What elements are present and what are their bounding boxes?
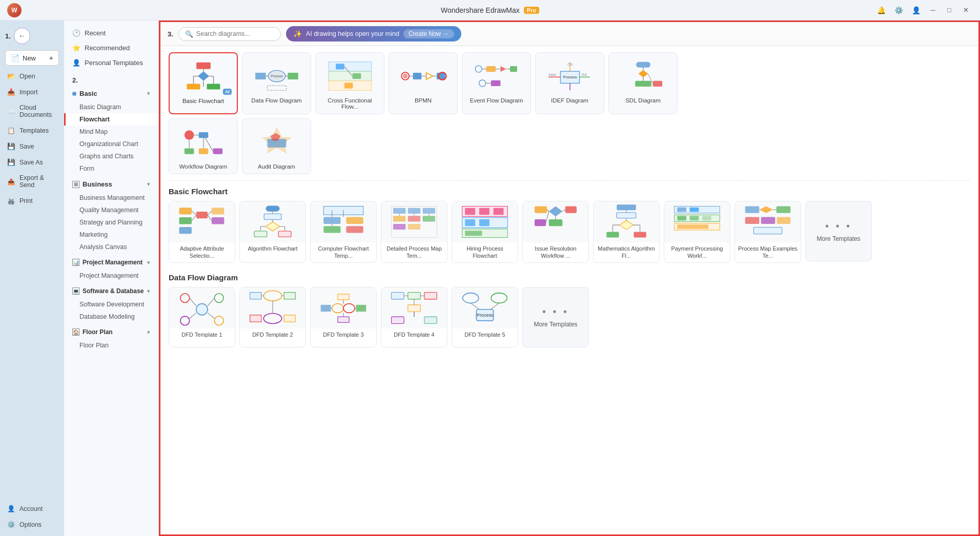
svg-rect-115 (465, 208, 475, 215)
more-templates-dfd-label: More Templates (534, 321, 577, 328)
svg-rect-153 (745, 217, 760, 224)
close-button[interactable]: ✕ (958, 3, 973, 17)
nav-item-form[interactable]: Form (64, 162, 158, 175)
basic-flowchart-label: Basic Flowchart (174, 98, 233, 104)
sidebar-item-save[interactable]: 💾 Save (0, 139, 64, 154)
svg-point-172 (263, 313, 281, 323)
svg-line-165 (208, 298, 214, 306)
nav-item-strategy[interactable]: Strategy and Planning (64, 216, 158, 229)
nav-item-sw-dev[interactable]: Software Development (64, 298, 158, 311)
templates-icon: 📋 (7, 127, 15, 134)
template-df4[interactable]: DFD Template 4 (381, 287, 447, 347)
svg-rect-3 (207, 84, 220, 89)
step1-label: 1. (5, 32, 11, 40)
svg-line-167 (190, 313, 196, 318)
nav-item-floor-plan[interactable]: Floor Plan (64, 339, 158, 352)
svg-text:Process: Process (477, 313, 494, 318)
sidebar-item-export[interactable]: 📤 Export & Send (0, 171, 64, 192)
new-plus-icon: + (49, 54, 53, 62)
template-payment[interactable]: Payment Processing Workf... (664, 201, 730, 263)
more-templates-basic[interactable]: • • • More Templates (805, 201, 872, 261)
nav-item-recommended[interactable]: ⭐ Recommended (64, 40, 158, 55)
template-df5[interactable]: Process DFD Template 5 (452, 287, 518, 347)
sidebar-item-open[interactable]: 📂 Open (0, 69, 64, 84)
more-templates-dfd[interactable]: • • • More Templates (522, 287, 589, 347)
back-button[interactable]: ← (14, 28, 30, 44)
ai-banner[interactable]: ✨ AI drawing helps open your mind Create… (286, 26, 461, 42)
sidebar-item-templates[interactable]: 📋 Templates (0, 123, 64, 138)
template-detailed[interactable]: Detailed Process Map Tem... (381, 201, 447, 263)
sidebar-item-options[interactable]: ⚙️ Options (0, 517, 64, 532)
sidebar-item-cloud[interactable]: ☁️ Cloud Documents (0, 100, 64, 122)
svg-point-198 (463, 293, 479, 303)
svg-rect-36 (510, 66, 517, 72)
template-hiring[interactable]: Hiring Process Flowchart (452, 201, 518, 263)
nav-item-personal[interactable]: 👤 Personal Templates (64, 55, 158, 70)
nav-item-quality[interactable]: Quality Management (64, 204, 158, 216)
svg-point-160 (196, 303, 208, 315)
svg-rect-75 (212, 208, 224, 214)
nav-section-software[interactable]: 💻 Software & Database ▾ (64, 284, 158, 298)
nav-item-flowchart[interactable]: Flowchart (64, 113, 158, 126)
diagram-type-audit[interactable]: Audit Diagram (242, 118, 311, 174)
user-icon[interactable]: 👤 (908, 3, 924, 18)
minimize-button[interactable]: ─ (926, 3, 940, 17)
search-input[interactable] (196, 30, 268, 37)
sidebar-item-print[interactable]: 🖨️ Print (0, 193, 64, 208)
nav-section-floor[interactable]: 🏠 Floor Plan ▾ (64, 325, 158, 339)
template-adaptive[interactable]: Adaptive Attribute Selectio... (169, 201, 235, 263)
nav-item-org-chart[interactable]: Organizational Chart (64, 138, 158, 150)
nav-item-graphs[interactable]: Graphs and Charts (64, 150, 158, 162)
workflow-label: Workflow Diagram (173, 163, 233, 170)
create-now-button[interactable]: Create Now → (403, 29, 454, 38)
nav-item-recent[interactable]: 🕐 Recent (64, 26, 158, 40)
template-df1[interactable]: DFD Template 1 (169, 287, 235, 347)
svg-rect-149 (677, 224, 708, 229)
diagram-type-idef[interactable]: Process Input Out Ctrl IDEF Diagram (535, 52, 604, 114)
svg-rect-146 (677, 216, 686, 220)
nav-item-marketing[interactable]: Marketing (64, 229, 158, 241)
svg-rect-173 (284, 315, 295, 321)
notification-icon[interactable]: 🔔 (873, 3, 889, 18)
software-collapse-icon: ▾ (147, 288, 150, 295)
app-title: Wondershare EdrawMax Pro (441, 6, 539, 14)
nav-item-biz-mgmt[interactable]: Business Management (64, 192, 158, 204)
more-dots-dfd-icon: • • • (542, 306, 569, 318)
nav-section-business[interactable]: ⊞ Business ▾ (64, 177, 158, 192)
svg-rect-10 (255, 73, 266, 79)
diagram-type-workflow[interactable]: Workflow Diagram (169, 118, 238, 174)
template-df2[interactable]: DFD Template 2 (239, 287, 306, 347)
nav-item-proj-mgmt[interactable]: Project Management (64, 270, 158, 282)
sidebar-item-account[interactable]: 👤 Account (0, 501, 64, 516)
nav-item-mind-map[interactable]: Mind Map (64, 126, 158, 138)
template-issue[interactable]: Issue Resolution Workflow ... (522, 201, 589, 263)
diagram-type-cross-functional[interactable]: Cross Functional Flow... (315, 52, 384, 114)
template-df3[interactable]: DFD Template 3 (310, 287, 377, 347)
svg-line-77 (192, 211, 196, 215)
section-separator (169, 180, 970, 181)
diagram-type-sdl[interactable]: SDL Diagram (608, 52, 678, 114)
sidebar-item-import[interactable]: 📥 Import (0, 85, 64, 99)
sidebar-item-save-as[interactable]: 💾 Save As (0, 155, 64, 170)
template-process-map[interactable]: Process Map Examples Te... (734, 201, 801, 263)
nav-section-basic[interactable]: Basic ▾ (64, 86, 158, 101)
nav-item-analysis[interactable]: Analysis Canvas (64, 241, 158, 253)
diagram-type-bpmn[interactable]: BPMN (389, 52, 458, 114)
svg-text:Input: Input (548, 73, 556, 77)
svg-rect-107 (393, 224, 405, 230)
svg-rect-181 (338, 294, 349, 299)
settings-icon[interactable]: ⚙️ (891, 3, 906, 18)
nav-item-db-model[interactable]: Database Modeling (64, 311, 158, 323)
sidebar: 1. ← 📄 New + 📂 Open 📥 Import ☁️ Cloud Do… (0, 20, 64, 536)
template-algorithm[interactable]: Algorithm Flowchart (239, 201, 306, 263)
maximize-button[interactable]: □ (942, 3, 956, 17)
nav-item-basic-diagram[interactable]: Basic Diagram (64, 101, 158, 113)
diagram-type-data-flow[interactable]: Process Data Flow Diagram (242, 52, 311, 114)
diagram-type-event-flow[interactable]: Event Flow Diagram (462, 52, 531, 114)
template-math[interactable]: Mathematics Algorithm Fl... (593, 201, 660, 263)
new-button[interactable]: 📄 New + (5, 50, 59, 66)
diagram-type-basic-flowchart[interactable]: AI Basic Flowchart (169, 52, 238, 114)
template-computer[interactable]: Computer Flowchart Temp... (310, 201, 377, 263)
svg-rect-156 (753, 228, 782, 234)
nav-section-project[interactable]: 📊 Project Management ▾ (64, 255, 158, 270)
